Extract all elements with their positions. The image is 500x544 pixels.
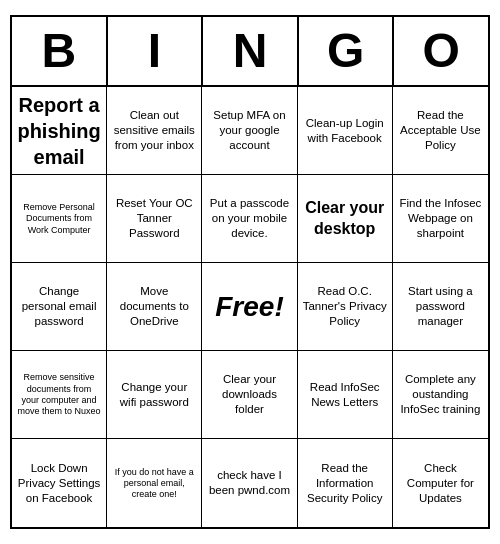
bingo-cell-11[interactable]: Move documents to OneDrive	[107, 263, 202, 351]
bingo-cell-0[interactable]: Report a phishing email	[12, 87, 107, 175]
bingo-cell-16[interactable]: Change your wifi password	[107, 351, 202, 439]
bingo-grid: Report a phishing emailClean out sensiti…	[12, 87, 488, 527]
bingo-cell-8[interactable]: Clear your desktop	[298, 175, 393, 263]
bingo-cell-13[interactable]: Read O.C. Tanner's Privacy Policy	[298, 263, 393, 351]
bingo-cell-20[interactable]: Lock Down Privacy Settings on Facebook	[12, 439, 107, 527]
bingo-cell-14[interactable]: Start using a password manager	[393, 263, 488, 351]
bingo-cell-12[interactable]: Free!	[202, 263, 297, 351]
bingo-cell-18[interactable]: Read InfoSec News Letters	[298, 351, 393, 439]
bingo-cell-15[interactable]: Remove sensitive documents from your com…	[12, 351, 107, 439]
bingo-cell-22[interactable]: check have I been pwnd.com	[202, 439, 297, 527]
bingo-cell-21[interactable]: If you do not have a personal email, cre…	[107, 439, 202, 527]
bingo-cell-5[interactable]: Remove Personal Documents from Work Comp…	[12, 175, 107, 263]
bingo-header: BINGO	[12, 17, 488, 88]
bingo-card: BINGO Report a phishing emailClean out s…	[10, 15, 490, 530]
bingo-letter-o: O	[394, 17, 488, 86]
bingo-cell-17[interactable]: Clear your downloads folder	[202, 351, 297, 439]
bingo-cell-6[interactable]: Reset Your OC Tanner Password	[107, 175, 202, 263]
bingo-letter-n: N	[203, 17, 299, 86]
bingo-cell-10[interactable]: Change personal email password	[12, 263, 107, 351]
bingo-cell-9[interactable]: Find the Infosec Webpage on sharpoint	[393, 175, 488, 263]
bingo-cell-2[interactable]: Setup MFA on your google account	[202, 87, 297, 175]
bingo-cell-1[interactable]: Clean out sensitive emails from your inb…	[107, 87, 202, 175]
bingo-cell-4[interactable]: Read the Acceptable Use Policy	[393, 87, 488, 175]
bingo-cell-23[interactable]: Read the Information Security Policy	[298, 439, 393, 527]
bingo-letter-i: I	[108, 17, 204, 86]
bingo-letter-b: B	[12, 17, 108, 86]
bingo-cell-24[interactable]: Check Computer for Updates	[393, 439, 488, 527]
bingo-cell-7[interactable]: Put a passcode on your mobile device.	[202, 175, 297, 263]
bingo-cell-19[interactable]: Complete any oustanding InfoSec training	[393, 351, 488, 439]
bingo-cell-3[interactable]: Clean-up Login with Facebook	[298, 87, 393, 175]
bingo-letter-g: G	[299, 17, 395, 86]
